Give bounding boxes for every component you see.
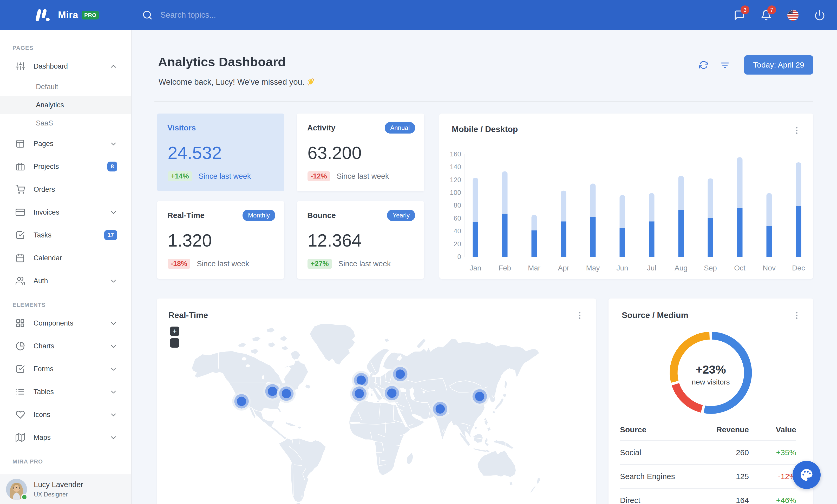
sidebar-item-label: Orders xyxy=(34,186,55,193)
sidebar-item-invoices[interactable]: Invoices xyxy=(0,201,131,224)
bar-chart: 020406080100120140160JanFebMarAprMayJunJ… xyxy=(439,114,813,279)
sidebar-item-calendar[interactable]: Calendar xyxy=(0,246,131,269)
logout-button[interactable] xyxy=(813,7,826,23)
svg-text:120: 120 xyxy=(450,176,461,184)
map-marker-los-angeles[interactable] xyxy=(237,397,246,406)
table-row: Direct164+46% xyxy=(620,488,796,504)
brand[interactable]: Mira PRO xyxy=(35,9,99,21)
map-marker-chicago[interactable] xyxy=(268,387,277,396)
map-icon xyxy=(16,433,25,442)
stat-note: Since last week xyxy=(197,260,249,268)
user-name: Lucy Lavender xyxy=(34,480,83,489)
filter-button[interactable] xyxy=(719,58,731,72)
map-zoom-out-button[interactable]: − xyxy=(170,338,179,348)
sidebar-item-maps[interactable]: Maps xyxy=(0,426,131,449)
sidebar-item-label: Components xyxy=(34,319,73,327)
table-row: Social260+35% xyxy=(620,441,796,465)
brand-pro-badge: PRO xyxy=(82,11,99,19)
sidebar-item-label: Calendar xyxy=(34,254,62,262)
stat-note: Since last week xyxy=(338,260,391,268)
sidebar: PAGESDashboardDefaultAnalyticsSaaSPagesP… xyxy=(0,30,132,504)
map-marker-istanbul[interactable] xyxy=(387,389,397,398)
wave-emoji xyxy=(307,78,315,86)
layout-icon xyxy=(16,139,25,148)
shopping-cart-icon xyxy=(16,185,25,194)
stat-period-pill[interactable]: Yearly xyxy=(387,210,415,221)
header-actions: Today: April 29 xyxy=(698,55,813,75)
more-vertical-icon xyxy=(575,309,584,322)
sidebar-item-label: Charts xyxy=(34,342,54,350)
svg-text:0: 0 xyxy=(458,253,461,261)
page-subtitle: Welcome back, Lucy! We've missed you. xyxy=(159,77,315,87)
map-marker-london[interactable] xyxy=(357,376,366,385)
refresh-icon xyxy=(699,60,708,70)
svg-text:May: May xyxy=(586,264,600,272)
source-table: Source Revenue Value Social260+35%Search… xyxy=(620,422,796,504)
svg-text:Apr: Apr xyxy=(558,264,569,272)
sidebar-item-label: Tasks xyxy=(34,231,52,239)
sidebar-subitem-saas[interactable]: SaaS xyxy=(0,114,131,132)
sidebar-item-tables[interactable]: Tables xyxy=(0,380,131,403)
sidebar-subitem-default[interactable]: Default xyxy=(0,78,131,96)
row-source: Search Engines xyxy=(620,465,701,488)
chevron-down-icon xyxy=(110,140,117,147)
map-marker-madrid[interactable] xyxy=(355,389,364,398)
sidebar-item-label: Dashboard xyxy=(34,62,68,70)
source-medium-menu-button[interactable] xyxy=(792,309,801,322)
sidebar-user[interactable]: Lucy Lavender UX Designer xyxy=(0,474,131,504)
map-zoom-in-button[interactable]: + xyxy=(170,326,179,336)
svg-text:Jul: Jul xyxy=(647,264,656,272)
stat-card-activity: ActivityAnnual63.200-12%Since last week xyxy=(297,114,424,191)
donut-svg xyxy=(608,330,813,425)
sidebar-item-orders[interactable]: Orders xyxy=(0,178,131,201)
realtime-map-menu-button[interactable] xyxy=(575,309,584,322)
page-title: Analytics Dashboard xyxy=(158,55,286,69)
world-map-svg xyxy=(167,321,586,504)
sidebar-subitem-analytics[interactable]: Analytics xyxy=(0,96,131,114)
map-marker-beijing[interactable] xyxy=(475,392,484,401)
sidebar-item-pages[interactable]: Pages xyxy=(0,132,131,155)
sidebar-item-components[interactable]: Components xyxy=(0,312,131,335)
language-button[interactable] xyxy=(786,7,799,23)
sidebar-item-label: Icons xyxy=(34,411,50,419)
sidebar-item-icons[interactable]: Icons xyxy=(0,403,131,426)
donut-slice-direct[interactable] xyxy=(675,384,701,409)
sidebar-item-forms[interactable]: Forms xyxy=(0,357,131,380)
stat-period-pill[interactable]: Annual xyxy=(385,122,415,133)
sidebar-item-dashboard[interactable]: Dashboard xyxy=(0,55,131,78)
today-button[interactable]: Today: April 29 xyxy=(744,55,813,75)
credit-card-icon xyxy=(16,208,25,217)
app-root: Mira PRO Search topics... 3 7 xyxy=(0,0,837,504)
heart-icon xyxy=(16,410,25,419)
row-revenue: 125 xyxy=(701,465,749,488)
sidebar-item-projects[interactable]: Projects8 xyxy=(0,155,131,178)
pie-chart-icon xyxy=(16,341,25,351)
row-revenue: 260 xyxy=(701,441,749,465)
mira-logo-icon xyxy=(35,9,51,21)
search-input[interactable]: Search topics... xyxy=(160,11,216,20)
stat-card-visitors: Visitors24.532+14%Since last week xyxy=(157,114,284,191)
sidebar-item-charts[interactable]: Charts xyxy=(0,335,131,357)
map-marker-new-york[interactable] xyxy=(282,389,291,398)
theme-settings-fab[interactable] xyxy=(793,461,821,489)
svg-text:Nov: Nov xyxy=(763,264,776,272)
messages-button[interactable]: 3 xyxy=(733,7,746,23)
map-marker-delhi[interactable] xyxy=(436,404,445,414)
refresh-button[interactable] xyxy=(698,58,709,72)
sidebar-item-auth[interactable]: Auth xyxy=(0,269,131,292)
notifications-button[interactable]: 7 xyxy=(760,7,772,23)
map-zoom-controls: + − xyxy=(170,326,179,348)
stat-period-pill[interactable]: Monthly xyxy=(243,210,275,221)
svg-text:140: 140 xyxy=(450,163,461,171)
sidebar-item-tasks[interactable]: Tasks17 xyxy=(0,224,131,246)
notifications-badge: 7 xyxy=(767,5,776,14)
search-box[interactable]: Search topics... xyxy=(142,10,216,20)
check-square-icon xyxy=(16,364,25,374)
stat-title: Visitors xyxy=(167,124,274,132)
stat-delta-badge: -18% xyxy=(168,259,190,269)
chevron-up-icon xyxy=(110,63,117,70)
map-marker-moscow[interactable] xyxy=(396,369,405,379)
donut-center-sublabel: new visitors xyxy=(608,378,813,386)
mobile-desktop-menu-button[interactable] xyxy=(792,124,801,137)
svg-text:40: 40 xyxy=(453,227,461,235)
